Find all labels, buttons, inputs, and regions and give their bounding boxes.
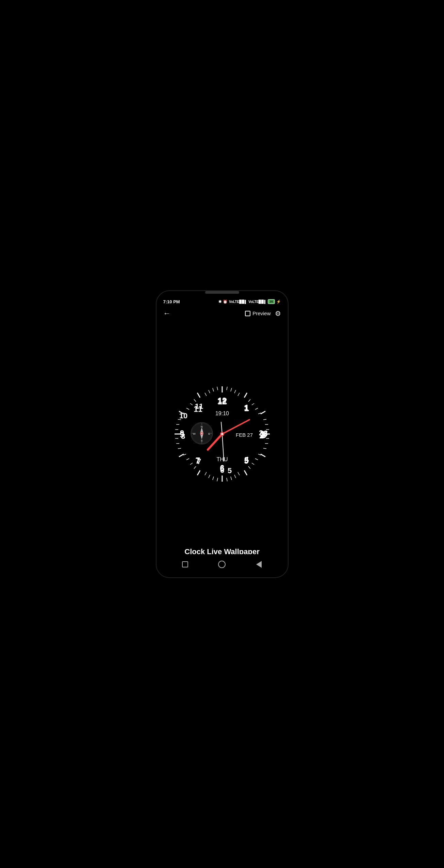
clock-face: 12 1 2 3 12 1 2 3 [171,383,273,485]
svg-text:E: E [208,432,210,435]
back-icon [256,561,262,568]
top-right-controls: Preview ⚙ [245,309,281,318]
status-time: 7:10 PM [163,299,180,304]
svg-point-104 [201,433,202,434]
notch [205,291,239,294]
svg-line-21 [263,419,266,420]
main-content: 12 1 2 3 12 1 2 3 [157,321,288,578]
status-bar: 7:10 PM ✱ ⏰ VoLTE▉▉▌ VoLTE▉▉▌ 35 ⚡ [157,295,288,306]
svg-text:S: S [201,439,202,442]
back-button[interactable]: ← [163,309,171,318]
alarm-icon: ⏰ [223,300,228,304]
charging-icon: ⚡ [276,300,281,304]
recents-icon [182,561,188,567]
phone-screen: 7:10 PM ✱ ⏰ VoLTE▉▉▌ VoLTE▉▉▌ 35 ⚡ ← Pre… [156,290,289,578]
svg-text:THU: THU [216,456,228,462]
signal-icon-1: VoLTE▉▉▌ [229,300,247,304]
svg-text:10: 10 [179,412,187,420]
preview-checkbox[interactable] [245,311,250,316]
svg-text:11: 11 [195,402,203,411]
svg-text:2: 2 [259,429,263,437]
svg-text:19:10: 19:10 [215,411,229,416]
status-icons: ✱ ⏰ VoLTE▉▉▌ VoLTE▉▉▌ 35 ⚡ [218,299,281,304]
preview-label: Preview [252,310,270,316]
svg-text:6: 6 [220,466,224,475]
recents-button[interactable] [180,560,190,569]
home-icon [218,561,226,568]
svg-text:FEB 27: FEB 27 [235,432,252,438]
svg-line-43 [178,448,181,449]
preview-button[interactable]: Preview [245,310,270,316]
svg-text:1: 1 [244,403,248,412]
svg-text:3: 3 [264,429,268,437]
battery-badge: 35 [268,299,275,304]
svg-text:5: 5 [227,466,231,475]
bluetooth-icon: ✱ [218,300,221,304]
svg-text:7: 7 [197,457,201,466]
settings-icon[interactable]: ⚙ [275,309,281,318]
svg-point-110 [221,433,223,435]
clock-area: 12 1 2 3 12 1 2 3 [171,334,273,534]
signal-icon-2: VoLTE▉▉▌ [248,300,266,304]
svg-text:4: 4 [244,455,249,464]
navigation-bar [157,554,288,577]
svg-text:12: 12 [218,396,226,404]
home-button[interactable] [217,560,227,569]
svg-line-26 [263,448,266,449]
svg-text:W: W [193,432,196,435]
top-bar: ← Preview ⚙ [157,306,288,321]
back-nav-button[interactable] [254,560,264,569]
svg-text:9: 9 [180,429,184,437]
